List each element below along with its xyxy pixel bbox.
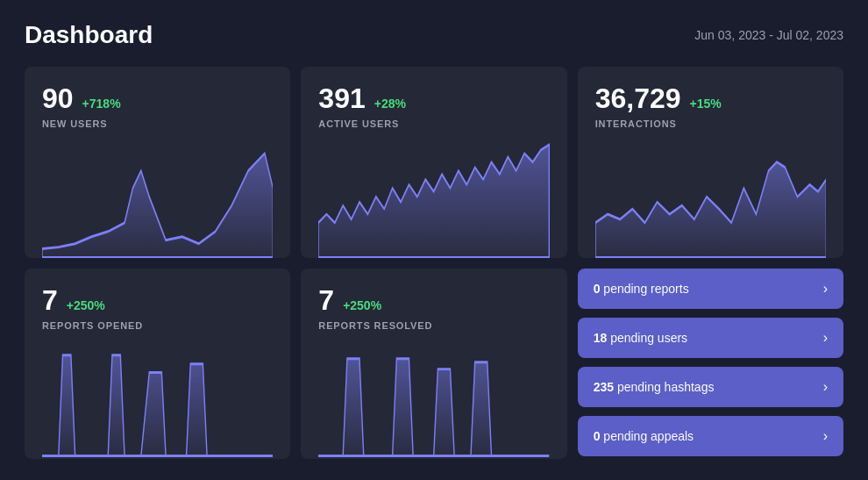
interactions-value: 36,729 (595, 82, 681, 115)
reports-resolved-change: +250% (343, 298, 381, 312)
active-users-change: +28% (374, 97, 406, 111)
interactions-label: INTERACTIONS (595, 118, 826, 129)
pending-hashtags-text: 235 pending hashtags (594, 380, 715, 394)
interactions-change: +15% (690, 97, 722, 111)
interactions-top: 36,729 +15% (595, 82, 826, 115)
new-users-top: 90 +718% (42, 82, 273, 115)
pending-users-link[interactable]: 18 pending users › (578, 318, 843, 358)
pending-appeals-text: 0 pending appeals (594, 429, 694, 443)
dashboard-header: Dashboard Jun 03, 2023 - Jul 02, 2023 (25, 21, 843, 49)
pending-appeals-link[interactable]: 0 pending appeals › (578, 416, 843, 456)
reports-resolved-top: 7 +250% (318, 284, 549, 317)
pending-hashtags-arrow: › (823, 379, 828, 395)
active-users-label: ACTIVE USERS (318, 118, 549, 129)
new-users-card: 90 +718% NEW USERS (25, 67, 290, 258)
interactions-card: 36,729 +15% INTERACTIONS (578, 67, 843, 258)
pending-reports-arrow: › (823, 281, 828, 297)
active-users-card: 391 +28% ACTIVE USERS (301, 67, 566, 258)
reports-resolved-value: 7 (318, 284, 334, 317)
reports-resolved-card: 7 +250% REPORTS RESOLVED (301, 269, 566, 460)
new-users-change: +718% (82, 97, 121, 111)
reports-opened-value: 7 (42, 284, 58, 317)
reports-opened-label: REPORTS OPENED (42, 320, 273, 331)
reports-opened-chart (42, 338, 273, 460)
pending-users-text: 18 pending users (594, 331, 687, 345)
quick-links-panel: 0 pending reports › 18 pending users › 2… (578, 269, 843, 460)
interactions-chart (595, 136, 826, 258)
new-users-label: NEW USERS (42, 118, 273, 129)
reports-opened-top: 7 +250% (42, 284, 273, 317)
dashboard-page: Dashboard Jun 03, 2023 - Jul 02, 2023 90… (0, 0, 868, 480)
metrics-grid: 90 +718% NEW USERS 391 (25, 67, 843, 459)
active-users-chart (318, 136, 549, 258)
date-range: Jun 03, 2023 - Jul 02, 2023 (694, 28, 843, 42)
new-users-value: 90 (42, 82, 74, 115)
page-title: Dashboard (25, 21, 153, 49)
pending-hashtags-link[interactable]: 235 pending hashtags › (578, 367, 843, 407)
new-users-chart (42, 136, 273, 258)
active-users-top: 391 +28% (318, 82, 549, 115)
pending-reports-text: 0 pending reports (594, 282, 689, 296)
pending-reports-link[interactable]: 0 pending reports › (578, 269, 843, 309)
reports-opened-change: +250% (67, 298, 105, 312)
reports-resolved-chart (318, 338, 549, 460)
reports-resolved-label: REPORTS RESOLVED (318, 320, 549, 331)
pending-users-arrow: › (823, 330, 828, 346)
pending-appeals-arrow: › (823, 428, 828, 444)
active-users-value: 391 (318, 82, 365, 115)
reports-opened-card: 7 +250% REPORTS OPENED (25, 269, 290, 460)
